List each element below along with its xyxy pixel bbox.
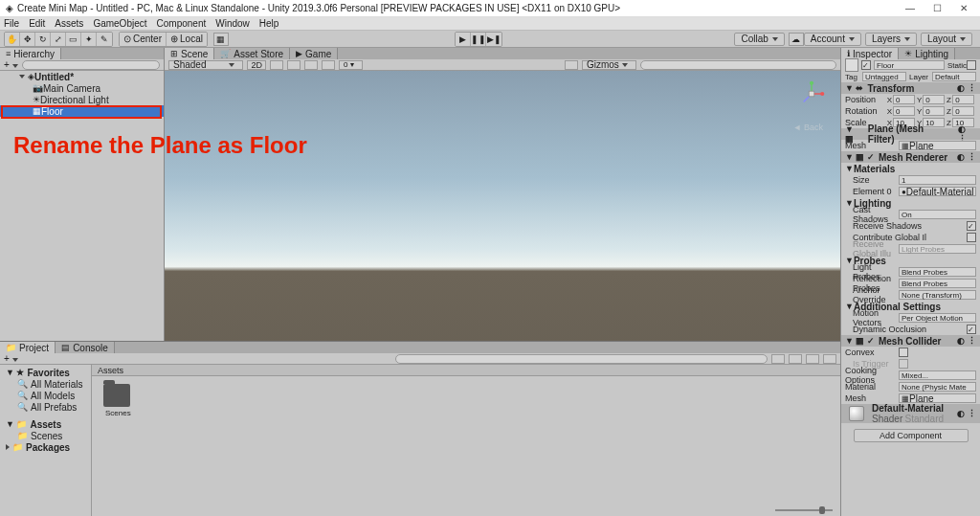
2d-toggle[interactable]: 2D bbox=[247, 60, 266, 70]
gameobject-name-field[interactable]: Floor bbox=[874, 60, 945, 70]
convex-check[interactable] bbox=[899, 348, 908, 357]
pivot-local-button[interactable]: ⊕Local bbox=[167, 33, 207, 46]
scale-tool-button[interactable]: ⤢ bbox=[51, 33, 66, 46]
transform-header[interactable]: ▼ ⬌ Transform◐ ⋮ bbox=[841, 82, 980, 94]
hierarchy-item-light[interactable]: ☀ Directional Light bbox=[0, 94, 164, 105]
collab-button[interactable]: Collab bbox=[734, 33, 784, 46]
tag-dropdown[interactable]: Untagged bbox=[862, 72, 906, 81]
dynamic-occlusion-check[interactable] bbox=[967, 325, 976, 334]
materials-size[interactable]: 1 bbox=[899, 175, 976, 185]
asset-store-tab[interactable]: 🛒 Asset Store bbox=[214, 48, 290, 59]
material-header[interactable]: Default-Material Shader Standard ◐ ⋮ bbox=[841, 404, 980, 423]
move-tool-button[interactable]: ✥ bbox=[20, 33, 35, 46]
pivot-center-button[interactable]: ⊙Center bbox=[120, 33, 167, 46]
collider-material[interactable]: None (Physic Mate bbox=[899, 382, 976, 392]
fav-all-prefabs[interactable]: 🔍 All Prefabs bbox=[0, 401, 91, 413]
scene-audio-toggle[interactable] bbox=[287, 60, 301, 70]
scene-camera-button[interactable] bbox=[565, 60, 578, 70]
account-dropdown[interactable]: Account bbox=[804, 33, 861, 46]
maximize-button[interactable]: ☐ bbox=[926, 2, 947, 15]
project-breadcrumb[interactable]: Assets bbox=[92, 365, 840, 376]
gizmos-dropdown[interactable]: Gizmos bbox=[582, 60, 636, 70]
favorites-group[interactable]: ▼ ★ Favorites bbox=[0, 367, 91, 378]
assets-scenes[interactable]: 📁 Scenes bbox=[0, 430, 91, 441]
layer-dropdown[interactable]: Default bbox=[932, 72, 976, 81]
cast-shadows[interactable]: On bbox=[899, 210, 976, 219]
light-probes[interactable]: Blend Probes bbox=[899, 267, 976, 277]
fav-all-materials[interactable]: 🔍 All Materials bbox=[0, 378, 91, 390]
collider-mesh[interactable]: ▦Plane bbox=[899, 393, 976, 403]
lighting-tab[interactable]: ☀ Lighting bbox=[899, 48, 955, 59]
material-element0[interactable]: ●Default-Material bbox=[899, 187, 976, 196]
position-z[interactable]: 0 bbox=[952, 95, 974, 104]
project-tab[interactable]: 📁 Project bbox=[0, 342, 56, 353]
menu-help[interactable]: Help bbox=[259, 18, 279, 29]
rotation-z[interactable]: 0 bbox=[952, 106, 974, 116]
scene-tab[interactable]: ⊞ Scene bbox=[165, 48, 214, 59]
packages-group[interactable]: 📁 Packages bbox=[0, 441, 91, 453]
menu-window[interactable]: Window bbox=[215, 18, 250, 29]
game-tab[interactable]: ▶ Game bbox=[290, 48, 338, 59]
fav-all-models[interactable]: 🔍 All Models bbox=[0, 390, 91, 401]
mesh-field[interactable]: ▦Plane bbox=[899, 141, 976, 150]
position-y[interactable]: 0 bbox=[923, 95, 945, 104]
scene-light-toggle[interactable] bbox=[270, 60, 283, 70]
menu-edit[interactable]: Edit bbox=[29, 18, 45, 29]
hierarchy-tab[interactable]: ≡ Hierarchy bbox=[0, 48, 61, 59]
rect-tool-button[interactable]: ▭ bbox=[66, 33, 81, 46]
scene-back-button[interactable]: ◄ Back bbox=[793, 123, 823, 132]
cloud-button[interactable]: ☁ bbox=[789, 33, 804, 46]
hierarchy-search[interactable] bbox=[22, 60, 160, 70]
assets-group[interactable]: ▼ 📁 Assets bbox=[0, 418, 91, 430]
position-x[interactable]: 0 bbox=[893, 95, 915, 104]
play-button[interactable]: ▶ bbox=[456, 33, 471, 46]
rotate-tool-button[interactable]: ↻ bbox=[35, 33, 51, 46]
hand-tool-button[interactable]: ✋ bbox=[5, 33, 20, 46]
meshfilter-header[interactable]: ▼ ▦ Plane (Mesh Filter)◐ ⋮ bbox=[841, 128, 980, 140]
reflection-probes[interactable]: Blend Probes bbox=[899, 279, 976, 288]
rotation-x[interactable]: 0 bbox=[893, 106, 915, 116]
scene-gizmo[interactable] bbox=[798, 80, 825, 107]
project-filter-2[interactable] bbox=[789, 354, 802, 364]
transform-tool-button[interactable]: ✦ bbox=[81, 33, 97, 46]
custom-tool-button[interactable]: ✎ bbox=[97, 33, 112, 46]
scene-search[interactable] bbox=[640, 60, 836, 70]
hierarchy-item-camera[interactable]: 📷 Main Camera bbox=[0, 82, 164, 94]
pause-button[interactable]: ❚❚ bbox=[471, 33, 486, 46]
snap-button[interactable]: ▦ bbox=[213, 33, 229, 46]
minimize-button[interactable]: — bbox=[900, 2, 921, 15]
active-checkbox[interactable] bbox=[861, 60, 871, 70]
project-filter-3[interactable] bbox=[806, 354, 819, 364]
step-button[interactable]: ▶❚ bbox=[486, 33, 501, 46]
rotation-y[interactable]: 0 bbox=[923, 106, 945, 116]
project-hidden-button[interactable] bbox=[823, 354, 836, 364]
close-button[interactable]: ✕ bbox=[953, 2, 974, 15]
motion-vectors[interactable]: Per Object Motion bbox=[899, 313, 976, 323]
menu-gameobject[interactable]: GameObject bbox=[93, 18, 146, 29]
project-search[interactable] bbox=[395, 354, 768, 364]
contribute-gi-check[interactable] bbox=[967, 233, 976, 242]
cooking-options[interactable]: Mixed... bbox=[899, 370, 976, 380]
scene-grid-dropdown[interactable]: 0 ▾ bbox=[339, 60, 363, 70]
scene-hidden-toggle[interactable] bbox=[322, 60, 335, 70]
layers-dropdown[interactable]: Layers bbox=[865, 33, 917, 46]
static-checkbox[interactable] bbox=[967, 60, 976, 70]
hierarchy-item-floor[interactable]: ▦ Floor bbox=[0, 105, 164, 117]
layout-dropdown[interactable]: Layout bbox=[921, 33, 972, 46]
create-dropdown[interactable]: + bbox=[4, 59, 18, 70]
project-create-button[interactable]: + bbox=[4, 353, 18, 364]
meshrenderer-header[interactable]: ▼ ▦ ✓ Mesh Renderer◐ ⋮ bbox=[841, 151, 980, 163]
meshcollider-header[interactable]: ▼ ▦ ✓ Mesh Collider◐ ⋮ bbox=[841, 335, 980, 347]
add-component-button[interactable]: Add Component bbox=[854, 429, 969, 442]
scene-fx-toggle[interactable] bbox=[304, 60, 318, 70]
menu-assets[interactable]: Assets bbox=[55, 18, 83, 29]
receive-shadows-check[interactable] bbox=[967, 221, 976, 231]
menu-file[interactable]: File bbox=[4, 18, 19, 29]
hierarchy-scene-row[interactable]: ◈ Untitled* bbox=[0, 71, 164, 82]
shading-mode-dropdown[interactable]: Shaded bbox=[168, 60, 243, 70]
console-tab[interactable]: ▤ Console bbox=[56, 342, 115, 353]
project-zoom-slider[interactable] bbox=[92, 505, 840, 516]
menu-component[interactable]: Component bbox=[157, 18, 207, 29]
project-filter-1[interactable] bbox=[771, 354, 785, 364]
anchor-override[interactable]: None (Transform) bbox=[899, 290, 976, 300]
